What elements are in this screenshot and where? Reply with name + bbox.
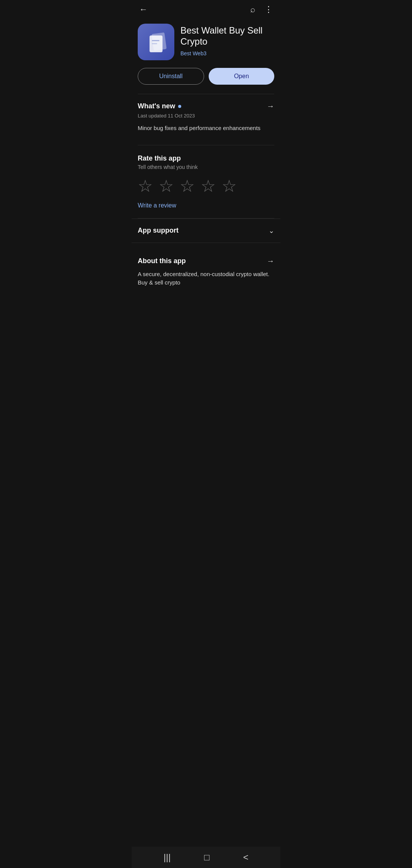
star-2[interactable]: ☆ — [159, 178, 174, 194]
write-review-link[interactable]: Write a review — [138, 202, 176, 209]
whats-new-header: What's new → — [138, 102, 274, 111]
new-indicator-dot — [178, 105, 181, 108]
spacer-1 — [132, 139, 280, 145]
about-app-section: About this app → A secure, decentralized… — [132, 249, 280, 295]
whats-new-arrow-icon[interactable]: → — [267, 102, 274, 111]
search-icon[interactable]: ⌕ — [249, 3, 257, 16]
rate-app-section: Rate this app Tell others what you think… — [132, 145, 280, 218]
star-1[interactable]: ☆ — [138, 178, 153, 194]
app-developer[interactable]: Best Web3 — [180, 50, 274, 56]
uninstall-button[interactable]: Uninstall — [138, 68, 204, 85]
whats-new-title: What's new — [138, 102, 175, 110]
app-support-chevron-icon: ⌄ — [269, 227, 274, 235]
app-header: Best Wallet Buy Sell Crypto Best Web3 — [132, 21, 280, 68]
back-button[interactable]: ← — [138, 3, 149, 16]
app-support-section[interactable]: App support ⌄ — [132, 219, 280, 243]
open-button[interactable]: Open — [209, 68, 274, 85]
about-app-title: About this app — [138, 257, 186, 265]
svg-rect-3 — [152, 43, 157, 44]
star-3[interactable]: ☆ — [180, 178, 195, 194]
update-description: Minor bug fixes and performance enhancem… — [138, 124, 274, 133]
app-title: Best Wallet Buy Sell Crypto — [180, 25, 274, 47]
app-info: Best Wallet Buy Sell Crypto Best Web3 — [180, 24, 274, 56]
whats-new-title-row: What's new — [138, 102, 181, 110]
update-date: Last updated 11 Oct 2023 — [138, 113, 274, 119]
about-app-arrow-icon[interactable]: → — [267, 257, 274, 265]
rate-title: Rate this app — [138, 154, 274, 162]
star-5[interactable]: ☆ — [222, 178, 237, 194]
about-app-header: About this app → — [138, 257, 274, 265]
nav-right-icons: ⌕ ⋮ — [249, 3, 274, 16]
rate-subtitle: Tell others what you think — [138, 164, 274, 170]
app-icon — [138, 24, 174, 60]
star-4[interactable]: ☆ — [201, 178, 216, 194]
whats-new-section: What's new → Last updated 11 Oct 2023 Mi… — [132, 94, 280, 139]
more-options-icon[interactable]: ⋮ — [263, 3, 274, 16]
action-buttons: Uninstall Open — [132, 68, 280, 94]
about-app-description: A secure, decentralized, non-custodial c… — [138, 270, 274, 287]
app-logo-svg — [143, 29, 169, 55]
stars-row: ☆ ☆ ☆ ☆ ☆ — [138, 178, 274, 194]
spacer-2 — [132, 243, 280, 249]
top-navigation: ← ⌕ ⋮ — [132, 0, 280, 21]
app-support-title: App support — [138, 227, 179, 235]
svg-rect-2 — [152, 40, 159, 41]
